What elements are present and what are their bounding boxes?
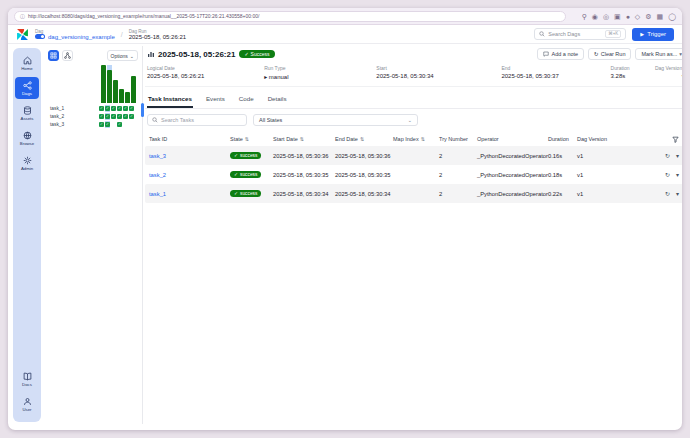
logical-date-value: 2025-05-18, 05:26:21 — [147, 73, 264, 79]
sort-icon: ⇅ — [421, 136, 425, 142]
task-link[interactable]: task_1 — [149, 191, 166, 197]
task-name-label[interactable]: task_1 — [44, 106, 99, 111]
breadcrumb-dag: Dag dag_versioning_example — [35, 29, 115, 40]
table-row[interactable]: task_2 ✓success 2025-05-18, 05:30:35 202… — [145, 165, 682, 184]
user-icon — [23, 397, 32, 406]
sidebar-item-browse[interactable]: Browse — [15, 127, 39, 149]
grid-view-toggle[interactable] — [48, 50, 59, 61]
task-instance-cell[interactable]: ✓ — [117, 105, 122, 112]
settings-icon[interactable]: ⚙ — [645, 13, 651, 20]
clear-task-icon[interactable]: ↻ — [665, 190, 670, 197]
sidebar: Home Dags Assets Browse Admin Docs User — [13, 48, 41, 422]
trigger-button[interactable]: ▶ Trigger — [632, 28, 674, 41]
task-instance-cell[interactable]: ✓ — [117, 113, 122, 120]
col-task-id[interactable]: Task ID — [145, 136, 230, 142]
col-start-date[interactable]: Start Date⇅ — [273, 136, 335, 142]
options-dropdown[interactable]: Options ⌄ — [107, 50, 138, 61]
page-info-icon[interactable]: ⓘ — [20, 13, 25, 19]
task-instance-cell — [129, 121, 134, 128]
task-instance-cell[interactable]: ✓ — [123, 105, 128, 112]
table-row[interactable]: task_3 ✓success 2025-05-18, 05:30:36 202… — [145, 146, 682, 165]
sidebar-item-admin[interactable]: Admin — [15, 152, 39, 174]
target-icon[interactable]: ◎ — [603, 13, 609, 20]
task-instance-cell[interactable]: ✓ — [111, 105, 116, 112]
admin-icon — [23, 156, 32, 165]
task-link[interactable]: task_2 — [149, 172, 166, 178]
task-instance-cell[interactable]: ✓ — [129, 113, 134, 120]
record-icon[interactable]: ◉ — [592, 13, 598, 20]
address-bar[interactable]: ⓘ http://localhost:8080/dags/dag_version… — [14, 11, 566, 22]
browser-window: ⓘ http://localhost:8080/dags/dag_version… — [8, 8, 682, 430]
sidebar-item-home[interactable]: Home — [15, 52, 39, 74]
col-state[interactable]: State⇅ — [230, 136, 273, 142]
tab-task-instances[interactable]: Task Instances — [147, 93, 193, 108]
tab-events[interactable]: Events — [205, 93, 226, 108]
clear-run-button[interactable]: ↻ Clear Run — [588, 48, 631, 60]
circle-icon[interactable]: ◯ — [668, 13, 676, 20]
success-cell-icon: ✓ — [123, 106, 128, 111]
search-tasks-input[interactable]: Search Tasks — [147, 114, 247, 126]
dag-name-link[interactable]: dag_versioning_example — [48, 34, 115, 40]
diamond-icon[interactable]: ◇ — [635, 13, 640, 20]
run-bar[interactable] — [113, 65, 118, 103]
clear-task-icon[interactable]: ↻ — [665, 171, 670, 178]
sidebar-item-user[interactable]: User — [15, 393, 39, 415]
filter-columns-icon[interactable] — [672, 136, 679, 143]
task-instance-cell[interactable]: ✓ — [99, 113, 104, 120]
run-metadata: Logical Date2025-05-18, 05:26:21 Run Typ… — [145, 65, 682, 87]
tab-details[interactable]: Details — [267, 93, 288, 108]
clear-task-icon[interactable]: ↻ — [665, 152, 670, 159]
task-instance-cell[interactable]: ✓ — [105, 105, 110, 112]
task-grid-row: task_1✓✓✓✓✓✓ — [44, 105, 141, 112]
search-dags-placeholder: Search Dags — [548, 31, 580, 37]
row-menu-icon[interactable]: ▾ — [676, 152, 679, 159]
grid-icon[interactable]: ▦ — [657, 13, 664, 20]
dag-pause-toggle[interactable] — [35, 34, 45, 39]
sidebar-item-assets[interactable]: Assets — [15, 102, 39, 124]
task-instance-cell[interactable]: ✓ — [129, 105, 134, 112]
run-bar[interactable] — [101, 65, 106, 103]
run-bar[interactable] — [119, 65, 124, 103]
task-instance-cell[interactable]: ✓ — [123, 113, 128, 120]
row-menu-icon[interactable]: ▾ — [676, 171, 679, 178]
app-header: Dag dag_versioning_example / Dag Run 202… — [8, 25, 682, 44]
task-name-label[interactable]: task_2 — [44, 114, 99, 119]
panel-splitter-handle[interactable] — [141, 103, 144, 117]
status-badge: ✓success — [230, 171, 261, 178]
run-bar[interactable] — [107, 65, 112, 103]
tab-code[interactable]: Code — [238, 93, 255, 108]
task-name-label[interactable]: task_3 — [44, 122, 99, 127]
task-instance-cell[interactable]: ✓ — [117, 121, 122, 128]
run-bar[interactable] — [131, 65, 136, 103]
airflow-logo[interactable] — [16, 28, 29, 41]
run-bar-fill — [125, 92, 130, 103]
sidebar-item-dags[interactable]: Dags — [15, 77, 39, 99]
add-note-button[interactable]: Add a note — [537, 48, 584, 60]
col-map-index[interactable]: Map Index⇅ — [393, 136, 439, 142]
task-instance-cell[interactable]: ✓ — [105, 113, 110, 120]
table-row[interactable]: task_1 ✓success 2025-05-18, 05:30:34 202… — [145, 184, 682, 203]
end-value: 2025-05-18, 05:30:37 — [501, 73, 610, 79]
mark-run-as-button[interactable]: Mark Run as... ▾ — [635, 48, 682, 60]
search-icon — [539, 31, 545, 37]
run-bar[interactable] — [125, 65, 130, 103]
task-instance-cell[interactable]: ✓ — [99, 121, 104, 128]
graph-view-toggle[interactable] — [62, 50, 73, 61]
task-instance-cell[interactable]: ✓ — [99, 105, 104, 112]
state-filter-select[interactable]: All States ⌄ — [253, 114, 418, 126]
sort-icon: ⇅ — [360, 136, 364, 142]
row-menu-icon[interactable]: ▾ — [676, 190, 679, 197]
success-cell-icon: ✓ — [111, 106, 116, 111]
run-duration-bar-chart[interactable] — [101, 65, 139, 103]
dot-icon[interactable]: ● — [626, 13, 630, 20]
sidebar-item-docs[interactable]: Docs — [15, 368, 39, 390]
task-instance-cell[interactable]: ✓ — [105, 121, 110, 128]
task-instance-cell[interactable]: ✓ — [111, 113, 116, 120]
search-dags-input[interactable]: Search Dags ⌘+K — [534, 28, 626, 40]
task-link[interactable]: task_3 — [149, 153, 166, 159]
link-icon[interactable]: ⚲ — [582, 13, 587, 20]
frame-icon[interactable]: ▣ — [614, 13, 621, 20]
col-end-date[interactable]: End Date⇅ — [335, 136, 393, 142]
browser-toolbar-icons: ⚲ ◉ ◎ ▣ ● ◇ ⚙ ▦ ◯ — [582, 13, 676, 20]
success-cell-icon: ✓ — [117, 122, 122, 127]
